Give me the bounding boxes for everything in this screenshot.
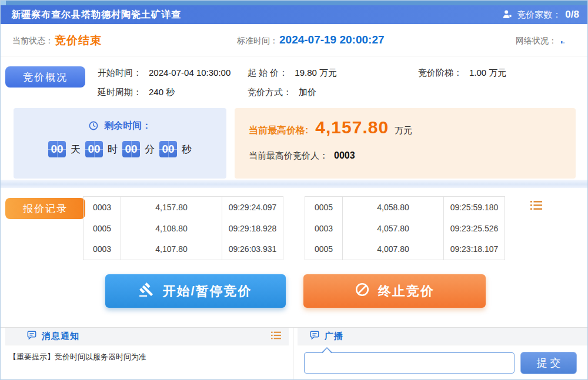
terminate-button[interactable]: 终止竞价 bbox=[303, 274, 486, 308]
bid-mode-field: 竞价方式：加价 bbox=[248, 87, 316, 98]
delay-period-field: 延时周期：240 秒 bbox=[98, 87, 175, 98]
bidder-cell: 0005 bbox=[83, 218, 121, 239]
unit-minute: 分 bbox=[145, 143, 155, 156]
current-status-value: 竞价结束 bbox=[55, 33, 102, 48]
start-time-label: 开始时间： bbox=[98, 68, 142, 78]
highest-bidder-label: 当前最高价竞价人： bbox=[249, 150, 328, 160]
submit-button[interactable]: 提 交 bbox=[520, 352, 577, 374]
notice-message: 【重要提示】竞价时间以服务器时间为准 bbox=[9, 352, 146, 362]
speech-bubble-icon bbox=[309, 331, 320, 342]
bid-step-field: 竞价阶梯：1.00 万元 bbox=[418, 68, 506, 79]
highest-price-panel: 当前最高价格: 4,157.80 万元 当前最高价竞价人：0003 bbox=[235, 108, 576, 179]
broadcast-panel-header: 广播 bbox=[298, 328, 588, 345]
highest-price-unit: 万元 bbox=[395, 125, 412, 136]
time-cell: 09:29:18.928 bbox=[222, 218, 283, 239]
start-price-value: 19.80 万元 bbox=[295, 68, 337, 78]
start-pause-label: 开始/暂停竞价 bbox=[162, 283, 252, 300]
section-label-records-text: 报价记录 bbox=[23, 202, 68, 216]
start-price-field: 起 始 价：19.80 万元 bbox=[248, 68, 337, 79]
unit-day: 天 bbox=[71, 143, 81, 156]
top-strip bbox=[1, 1, 588, 5]
bid-step-label: 竞价阶梯： bbox=[418, 68, 462, 78]
time-cell: 09:26:03.931 bbox=[222, 239, 283, 260]
time-cell: 09:29:24.097 bbox=[222, 197, 283, 218]
time-cell: 09:25:59.180 bbox=[444, 197, 505, 218]
unit-hour: 时 bbox=[108, 143, 118, 156]
notice-panel-header: 消息通知 bbox=[5, 328, 289, 345]
bidders-counter: 竞价家数： 0/8 bbox=[502, 9, 579, 21]
auction-window: 新疆察布查尔县塔勒德村陶瓷土矿详查 竞价家数： 0/8 当前状态： 竞价结束 标… bbox=[0, 0, 588, 380]
countdown-hours: 00 bbox=[85, 141, 103, 157]
price-cell: 4,108.80 bbox=[121, 218, 222, 239]
countdown-minutes: 00 bbox=[122, 141, 140, 157]
table-row: 0003 4,057.80 09:23:25.526 bbox=[305, 218, 505, 239]
table-row: 0005 4,007.80 09:23:18.107 bbox=[305, 239, 505, 260]
start-time-value: 2024-07-04 10:30:00 bbox=[149, 68, 230, 78]
page-title: 新疆察布查尔县塔勒德村陶瓷土矿详查 bbox=[11, 9, 181, 21]
start-pause-button[interactable]: 开始/暂停竞价 bbox=[105, 274, 286, 308]
standard-time-value: 2024-07-19 20:00:27 bbox=[279, 33, 385, 46]
network-status-label: 网络状况： bbox=[516, 36, 557, 46]
notice-list-icon[interactable] bbox=[270, 331, 282, 342]
table-row: 0005 4,108.80 09:29:18.928 bbox=[83, 218, 283, 239]
delay-period-label: 延时周期： bbox=[98, 87, 142, 97]
start-price-label: 起 始 价： bbox=[248, 68, 288, 78]
divider bbox=[1, 56, 588, 56]
countdown-title: 剩余时间： bbox=[14, 120, 226, 132]
highest-price-line: 当前最高价格: 4,157.80 万元 bbox=[249, 117, 412, 137]
bidder-cell: 0003 bbox=[305, 218, 343, 239]
bidder-cell: 0003 bbox=[83, 239, 121, 260]
records-list-icon[interactable] bbox=[530, 200, 543, 213]
broadcast-input[interactable] bbox=[304, 352, 514, 374]
gavel-icon bbox=[139, 282, 154, 301]
terminate-label: 终止竞价 bbox=[378, 283, 435, 300]
time-cell: 09:23:18.107 bbox=[444, 239, 505, 260]
section-label-records: 报价记录 bbox=[5, 198, 85, 219]
bid-records-table-left: 0003 4,157.80 09:29:24.097 0005 4,108.80… bbox=[83, 196, 283, 260]
block-icon bbox=[355, 282, 370, 301]
table-row: 0005 4,058.80 09:25:59.180 bbox=[305, 197, 505, 218]
bidder-cell: 0003 bbox=[83, 197, 121, 218]
price-cell: 4,058.80 bbox=[343, 197, 444, 218]
delay-period-value: 240 秒 bbox=[149, 87, 175, 97]
divider bbox=[293, 328, 293, 380]
countdown-days: 00 bbox=[48, 141, 66, 157]
price-cell: 4,057.80 bbox=[343, 218, 444, 239]
users-icon bbox=[502, 9, 513, 21]
bidders-label: 竞价家数： bbox=[517, 9, 561, 21]
speech-bubble-icon bbox=[26, 331, 37, 342]
highest-price-label: 当前最高价格: bbox=[249, 125, 308, 137]
price-cell: 4,007.80 bbox=[343, 239, 444, 260]
section-label-overview-text: 竞价概况 bbox=[23, 70, 68, 84]
countdown-seconds: 00 bbox=[159, 141, 177, 157]
top-corner-accent bbox=[1, 1, 6, 5]
bid-mode-label: 竞价方式： bbox=[248, 87, 292, 97]
bid-records-table-right: 0005 4,058.80 09:25:59.180 0003 4,057.80… bbox=[305, 196, 505, 260]
table-row: 0003 4,157.80 09:29:24.097 bbox=[83, 197, 283, 218]
countdown-digits: 00 天 00 时 00 分 00 秒 bbox=[14, 141, 226, 157]
price-cell: 4,107.80 bbox=[121, 239, 222, 260]
highest-price-value: 4,157.80 bbox=[315, 117, 389, 137]
start-time-field: 开始时间：2024-07-04 10:30:00 bbox=[98, 68, 230, 79]
bid-step-value: 1.00 万元 bbox=[469, 68, 506, 78]
unit-second: 秒 bbox=[182, 143, 192, 156]
bidders-count: 0/8 bbox=[565, 9, 579, 21]
clock-icon bbox=[89, 120, 104, 130]
bidder-cell: 0005 bbox=[305, 197, 343, 218]
standard-time-label: 标准时间： bbox=[237, 36, 278, 46]
time-cell: 09:23:25.526 bbox=[444, 218, 505, 239]
countdown-title-text: 剩余时间： bbox=[104, 120, 151, 130]
table-row: 0003 4,107.80 09:26:03.931 bbox=[83, 239, 283, 260]
section-separator bbox=[1, 180, 588, 188]
bid-mode-value: 加价 bbox=[299, 87, 316, 97]
current-status-label: 当前状态： bbox=[12, 36, 54, 46]
notice-title: 消息通知 bbox=[42, 331, 79, 342]
highest-bidder-value: 0003 bbox=[334, 150, 355, 160]
signal-icon bbox=[560, 36, 567, 46]
price-cell: 4,157.80 bbox=[121, 197, 222, 218]
title-bar: 新疆察布查尔县塔勒德村陶瓷土矿详查 竞价家数： 0/8 bbox=[1, 5, 588, 24]
bidder-cell: 0005 bbox=[305, 239, 343, 260]
section-label-overview: 竞价概况 bbox=[5, 66, 85, 88]
highest-bidder-line: 当前最高价竞价人：0003 bbox=[249, 150, 355, 162]
countdown-panel: 剩余时间： 00 天 00 时 00 分 00 秒 bbox=[14, 108, 226, 179]
